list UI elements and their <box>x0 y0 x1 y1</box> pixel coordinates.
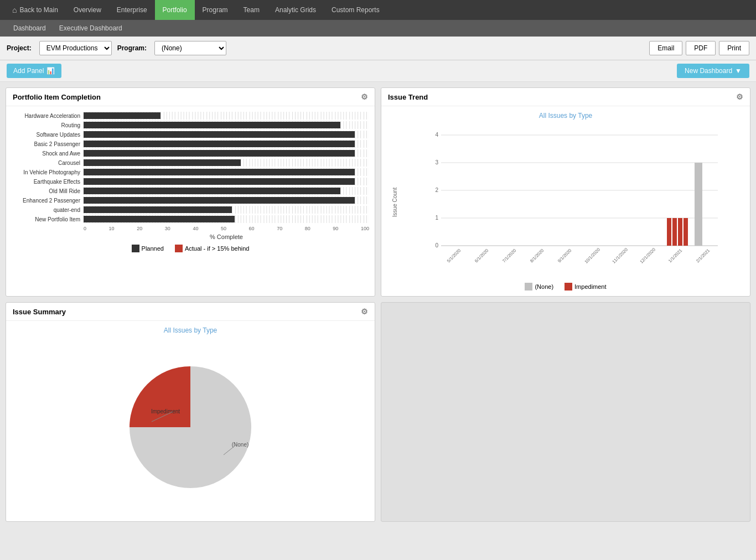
issue-summary-gear-icon[interactable]: ⚙ <box>361 307 368 316</box>
actual-legend-label: Actual - if > 15% behind <box>185 245 250 252</box>
pdf-button[interactable]: PDF <box>686 41 716 55</box>
issue-summary-panel: Issue Summary ⚙ All Issues by Type <box>6 302 375 522</box>
chart-item-label: Basic 2 Passenger <box>12 141 84 147</box>
program-select[interactable]: (None) <box>154 41 226 55</box>
x-axis-label: % Complete <box>84 234 369 240</box>
portfolio-completion-body: Hardware AccelerationRoutingSoftware Upd… <box>6 106 375 258</box>
x-tick: 70 <box>277 226 282 231</box>
x-tick: 30 <box>165 226 170 231</box>
nav-program[interactable]: Program <box>195 0 236 20</box>
actual-legend-box <box>175 245 183 252</box>
x-tick: 50 <box>221 226 226 231</box>
email-button[interactable]: Email <box>649 41 682 55</box>
chart-row: quater-end <box>12 206 369 214</box>
issue-trend-gear-icon[interactable]: ⚙ <box>736 92 743 101</box>
chart-bars <box>84 187 369 195</box>
new-dashboard-button[interactable]: New Dashboard ▼ <box>677 64 749 78</box>
planned-bar <box>84 159 241 166</box>
print-button[interactable]: Print <box>719 41 749 55</box>
impediment-legend-label: Impediment <box>574 283 606 290</box>
planned-bar <box>84 131 355 138</box>
impediment-legend-box <box>565 283 572 291</box>
svg-text:12/1/2020: 12/1/2020 <box>639 247 656 265</box>
issue-trend-panel: Issue Trend ⚙ All Issues by Type Issue C… <box>381 87 750 297</box>
chart-item-label: New Portfolio Item <box>12 216 84 222</box>
nav-enterprise[interactable]: Enterprise <box>109 0 155 20</box>
svg-rect-13 <box>678 218 682 246</box>
svg-text:8/1/2020: 8/1/2020 <box>529 248 545 264</box>
chart-row: Basic 2 Passenger <box>12 140 369 148</box>
portfolio-completion-gear-icon[interactable]: ⚙ <box>361 92 368 101</box>
svg-text:10/1/2020: 10/1/2020 <box>583 247 601 265</box>
portfolio-completion-panel: Portfolio Item Completion ⚙ Hardware Acc… <box>6 87 375 297</box>
svg-text:11/1/2020: 11/1/2020 <box>611 247 629 265</box>
chart-bars <box>84 140 369 148</box>
x-tick: 10 <box>109 226 115 231</box>
chart-bars <box>84 149 369 157</box>
issue-summary-title: Issue Summary <box>13 308 66 316</box>
chart-item-label: quater-end <box>12 207 84 213</box>
pie-chart-area: Impediment (None) <box>12 339 369 516</box>
chart-item-label: Carousel <box>12 160 84 166</box>
svg-text:1/1/2021: 1/1/2021 <box>667 248 683 264</box>
chart-row: Earthquake Effects <box>12 178 369 185</box>
portfolio-completion-title: Portfolio Item Completion <box>13 93 101 101</box>
none-legend-label: (None) <box>535 283 553 290</box>
svg-text:7/1/2020: 7/1/2020 <box>501 248 517 264</box>
nav-portfolio[interactable]: Portfolio <box>155 0 195 20</box>
top-row: Portfolio Item Completion ⚙ Hardware Acc… <box>6 87 750 297</box>
project-label: Project: <box>7 44 32 52</box>
chart-bars <box>84 178 369 185</box>
issue-summary-header: Issue Summary ⚙ <box>6 303 375 321</box>
sub-nav: Dashboard Executive Dashboard <box>0 20 756 37</box>
planned-bar <box>84 169 355 175</box>
nav-analytic-grids[interactable]: Analytic Grids <box>267 0 324 20</box>
planned-legend-item: Planned <box>132 245 164 252</box>
chart-bars <box>84 196 369 204</box>
main-content: Portfolio Item Completion ⚙ Hardware Acc… <box>0 82 756 527</box>
issue-summary-chart-title: All Issues by Type <box>12 326 369 334</box>
svg-text:6/1/2020: 6/1/2020 <box>474 248 490 264</box>
sub-nav-dashboard[interactable]: Dashboard <box>7 20 53 37</box>
empty-right-panel <box>381 302 750 522</box>
chart-item-label: Shock and Awe <box>12 151 84 157</box>
portfolio-completion-header: Portfolio Item Completion ⚙ <box>6 88 375 106</box>
svg-text:5/1/2020: 5/1/2020 <box>446 248 462 264</box>
chart-item-label: Software Updates <box>12 132 84 138</box>
nav-overview[interactable]: Overview <box>66 0 109 20</box>
chart-row: Shock and Awe <box>12 149 369 157</box>
toolbar: Project: EVM Productions Program: (None)… <box>0 37 756 60</box>
project-select[interactable]: EVM Productions <box>39 41 112 55</box>
chart-bars <box>84 131 369 138</box>
x-axis-ticks: 0102030405060708090100 <box>84 225 369 231</box>
back-to-main-button[interactable]: ⌂ Back to Main <box>4 0 66 20</box>
toolbar-right: Email PDF Print <box>649 41 749 55</box>
chart-bars <box>84 112 369 120</box>
nav-team[interactable]: Team <box>236 0 267 20</box>
x-tick: 40 <box>193 226 198 231</box>
svg-text:9/1/2020: 9/1/2020 <box>557 248 573 264</box>
svg-text:1: 1 <box>435 215 438 221</box>
svg-text:0: 0 <box>435 242 438 248</box>
planned-bar <box>84 178 355 185</box>
y-axis-label: Issue Count <box>392 188 398 217</box>
x-tick: 0 <box>84 226 86 231</box>
none-legend-item: (None) <box>525 283 553 291</box>
action-bar: Add Panel 📊 New Dashboard ▼ <box>0 60 756 82</box>
impediment-legend-item: Impediment <box>565 283 606 291</box>
none-slice-label: (None) <box>232 442 249 448</box>
chart-row: New Portfolio Item <box>12 215 369 223</box>
nav-custom-reports[interactable]: Custom Reports <box>324 0 387 20</box>
add-panel-button[interactable]: Add Panel 📊 <box>7 64 61 78</box>
chart-row: In Vehicle Photography <box>12 168 369 176</box>
chart-icon: 📊 <box>46 67 55 75</box>
planned-legend-box <box>132 245 139 252</box>
chart-row: Routing <box>12 121 369 129</box>
chart-item-label: Enhanced 2 Passenger <box>12 198 84 204</box>
impediment-slice-label: Impediment <box>151 408 180 414</box>
chart-row: Enhanced 2 Passenger <box>12 196 369 204</box>
chart-bars <box>84 206 369 214</box>
svg-rect-11 <box>667 218 671 246</box>
chart-item-label: In Vehicle Photography <box>12 169 84 175</box>
sub-nav-executive-dashboard[interactable]: Executive Dashboard <box>53 20 129 37</box>
